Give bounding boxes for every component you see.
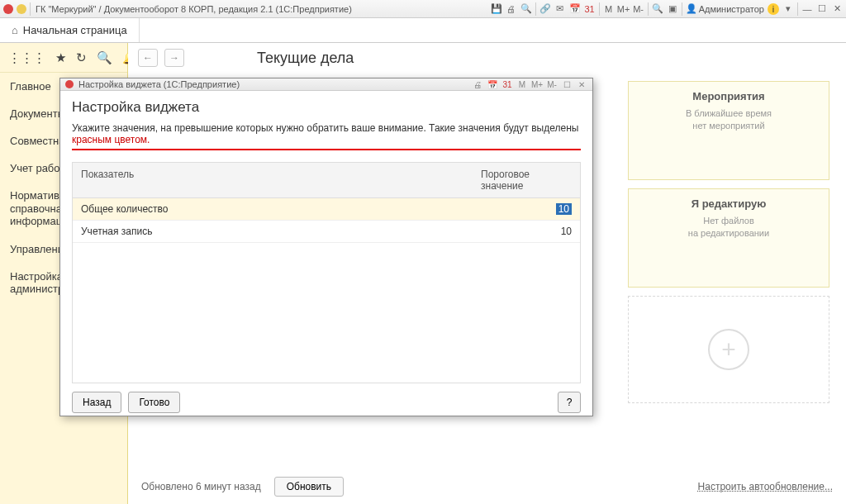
search-icon[interactable]: 🔍 <box>520 3 532 15</box>
app-status-icon <box>17 4 26 14</box>
done-button[interactable]: Готово <box>128 392 180 413</box>
history-icon[interactable]: ↻ <box>76 50 87 65</box>
panel-icon[interactable]: ▣ <box>667 3 678 15</box>
app-icon <box>3 4 13 14</box>
save-icon[interactable]: 💾 <box>491 3 502 15</box>
info-icon[interactable]: i <box>768 3 779 15</box>
print-icon[interactable]: 🖨 <box>506 3 517 15</box>
tab-label: Начальная страница <box>23 24 127 36</box>
app-titlebar: ГК "Меркурий" / Документооборот 8 КОРП, … <box>0 0 846 18</box>
updated-label: Обновлено 6 минут назад <box>141 481 261 492</box>
memory-mminus-icon[interactable]: M- <box>546 78 558 90</box>
calc-icon[interactable]: 📅 <box>487 78 498 90</box>
footer: Обновлено 6 минут назад Обновить Настрои… <box>128 469 846 504</box>
separator <box>599 2 600 16</box>
memory-mminus-icon[interactable]: M- <box>633 3 644 15</box>
search-icon[interactable]: 🔍 <box>97 50 112 65</box>
dialog-title: Настройка виджета (1С:Предприятие) <box>78 79 240 89</box>
grid-cell-label: Общее количество <box>73 198 473 220</box>
threshold-grid: Показатель Пороговое значение Общее коли… <box>72 162 581 383</box>
link-icon[interactable]: 🔗 <box>539 3 551 15</box>
grid-cell-label: Учетная запись <box>73 221 473 242</box>
plus-icon: + <box>708 329 749 370</box>
minimize-icon[interactable]: — <box>801 3 813 15</box>
grid-row[interactable]: Общее количество 10 <box>73 198 580 221</box>
widget-text: Нет файлов на редактировании <box>688 215 769 240</box>
dialog-heading: Настройка виджета <box>72 99 581 116</box>
dialog-footer: Назад Готово ? <box>72 383 581 413</box>
favorite-icon[interactable]: ★ <box>55 50 66 65</box>
print-icon[interactable]: 🖨 <box>472 78 483 90</box>
nav-back-button[interactable]: ← <box>138 49 158 67</box>
grid-header-indicator: Показатель <box>73 163 473 197</box>
close-icon[interactable]: ✕ <box>831 3 843 15</box>
grid-row[interactable]: Учетная запись 10 <box>73 221 580 243</box>
zoom-icon[interactable]: 🔍 <box>652 3 663 15</box>
memory-mplus-icon[interactable]: M+ <box>531 78 543 90</box>
dropdown-icon[interactable]: ▾ <box>782 3 794 15</box>
separator <box>648 2 649 16</box>
grid-header: Показатель Пороговое значение <box>73 163 580 198</box>
maximize-icon[interactable]: ☐ <box>816 3 828 15</box>
widget-title: Мероприятия <box>692 90 764 102</box>
memory-mplus-icon[interactable]: M+ <box>618 3 630 15</box>
separator <box>30 2 31 16</box>
memory-m-icon[interactable]: M <box>516 78 528 90</box>
widgets-column: Мероприятия В ближайшее время нет меропр… <box>621 73 836 469</box>
page-title: Текущие дела <box>257 50 354 67</box>
window-title: ГК "Меркурий" / Документооборот 8 КОРП, … <box>36 4 352 14</box>
widget-add[interactable]: + <box>628 296 829 403</box>
grid-cell-value[interactable]: 10 <box>473 221 580 242</box>
back-button[interactable]: Назад <box>72 392 121 413</box>
help-button[interactable]: ? <box>558 392 581 413</box>
maximize-icon[interactable]: ☐ <box>561 78 573 90</box>
home-icon: ⌂ <box>12 24 18 36</box>
dialog-hint: Укажите значения, на превышение которых … <box>72 122 581 150</box>
dialog-icon <box>65 80 74 88</box>
widget-text: В ближайшее время нет мероприятий <box>686 107 772 133</box>
memory-m-icon[interactable]: M <box>603 3 615 15</box>
refresh-button[interactable]: Обновить <box>274 477 344 497</box>
apps-icon[interactable]: ⋮⋮⋮ <box>8 50 45 65</box>
user-icon: 👤 <box>686 3 697 14</box>
separator <box>535 2 536 16</box>
user-label[interactable]: 👤Администратор <box>686 3 764 14</box>
calendar-icon[interactable]: 31 <box>584 3 596 15</box>
sidebar-quickbar: ⋮⋮⋮ ★ ↻ 🔍 🔔 <box>0 43 127 73</box>
auto-refresh-link[interactable]: Настроить автообновление... <box>698 481 833 492</box>
widget-editing[interactable]: Я редактирую Нет файлов на редактировани… <box>628 188 829 288</box>
grid-cell-value[interactable]: 10 <box>473 198 580 220</box>
tab-home[interactable]: ⌂ Начальная страница <box>0 18 140 42</box>
widget-title: Я редактирую <box>692 197 767 210</box>
mail-icon[interactable]: ✉ <box>554 3 566 15</box>
grid-header-threshold: Пороговое значение <box>473 163 580 197</box>
widget-events[interactable]: Мероприятия В ближайшее время нет меропр… <box>628 81 829 180</box>
close-icon[interactable]: ✕ <box>576 78 587 90</box>
dialog-titlebar: Настройка виджета (1С:Предприятие) 🖨 📅 3… <box>60 78 592 91</box>
calendar-icon[interactable]: 31 <box>501 78 513 90</box>
main-toolbar: ← → Текущие дела <box>128 43 846 73</box>
separator <box>797 2 798 16</box>
widget-settings-dialog: Настройка виджета (1С:Предприятие) 🖨 📅 3… <box>59 78 593 416</box>
tab-bar: ⌂ Начальная страница <box>0 18 846 43</box>
calc-icon[interactable]: 📅 <box>569 3 581 15</box>
separator <box>682 2 682 16</box>
nav-forward-button[interactable]: → <box>164 49 184 67</box>
